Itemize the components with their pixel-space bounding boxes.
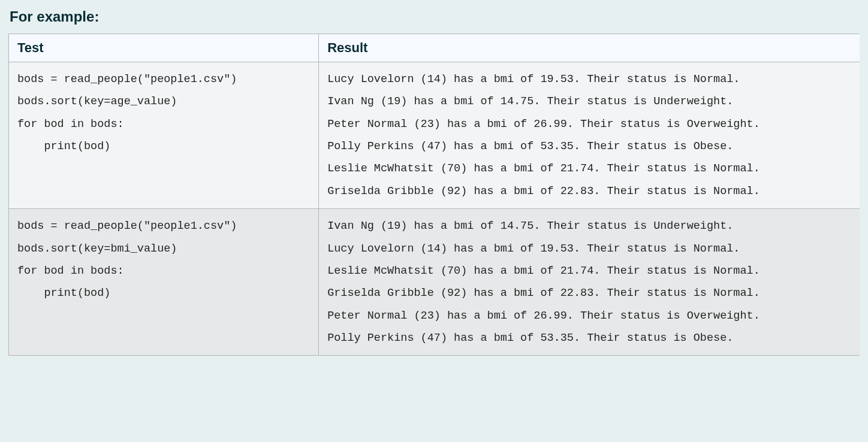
table-scroll-container[interactable]: Test Result bods = read_people("people1.… (8, 34, 860, 359)
cell-result: Ivan Ng (19) has a bmi of 14.75. Their s… (319, 209, 860, 356)
result-output: Lucy Lovelorn (14) has a bmi of 19.53. T… (327, 68, 860, 202)
result-output: Ivan Ng (19) has a bmi of 14.75. Their s… (327, 215, 860, 349)
cell-test: bods = read_people("people1.csv") bods.s… (9, 209, 319, 356)
header-result: Result (319, 34, 860, 62)
test-code: bods = read_people("people1.csv") bods.s… (17, 215, 310, 304)
cell-result: Lucy Lovelorn (14) has a bmi of 19.53. T… (319, 62, 860, 209)
cell-test: bods = read_people("people1.csv") bods.s… (9, 62, 319, 209)
example-table: Test Result bods = read_people("people1.… (8, 34, 860, 356)
table-row: bods = read_people("people1.csv") bods.s… (9, 209, 860, 356)
table-header-row: Test Result (9, 34, 860, 62)
header-test: Test (9, 34, 319, 62)
table-row: bods = read_people("people1.csv") bods.s… (9, 62, 860, 209)
example-heading: For example: (10, 8, 860, 25)
test-code: bods = read_people("people1.csv") bods.s… (17, 68, 310, 158)
